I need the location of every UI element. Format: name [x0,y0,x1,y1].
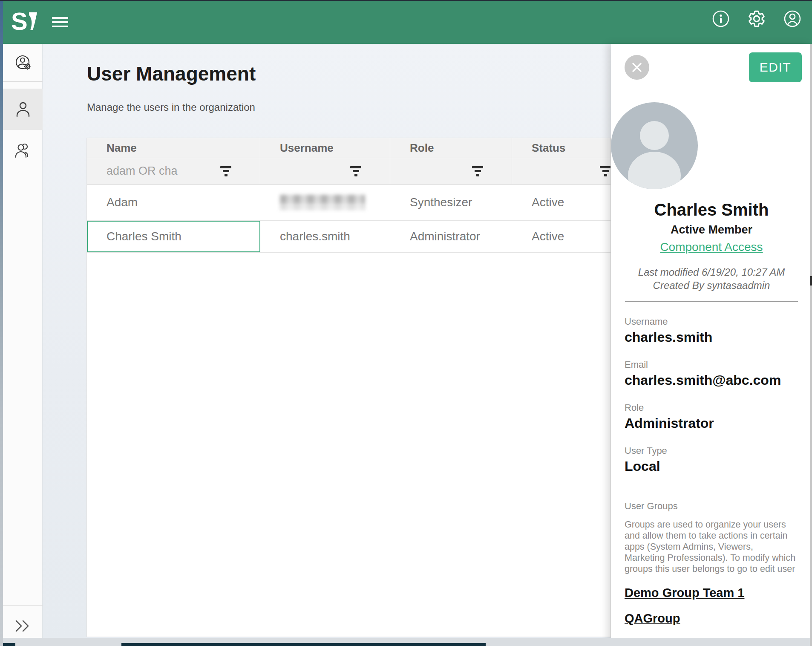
field-label: Email [625,359,798,370]
panel-divider [625,301,798,302]
sidebar [3,44,43,646]
filter-icon[interactable] [220,166,232,176]
panel-membership-status: Active Member [611,223,812,236]
users-table: Name Username Role Status adam OR cha [86,138,611,637]
double-chevron-right-icon [14,620,32,632]
table-row-adam[interactable]: Adam Synthesizer Active [87,185,611,221]
page-subtitle: Manage the users in the organization [87,101,255,113]
logo-mark-icon [29,12,38,32]
field-label: Username [625,316,798,327]
cell-role[interactable]: Administrator [390,221,512,252]
field-username: Username charles.smith [625,316,798,345]
filter-input-name[interactable]: adam OR cha [87,158,260,184]
table-filter-row: adam OR cha [87,158,611,185]
filter-input-status[interactable] [512,158,611,184]
table-row-charles[interactable]: Charles Smith charles.smith Administrato… [87,221,611,253]
filter-icon[interactable] [599,166,611,176]
account-icon[interactable] [783,9,802,28]
info-icon[interactable] [711,9,730,28]
topbar: S [0,0,812,44]
cell-username[interactable] [260,185,390,220]
filter-icon[interactable] [350,166,362,176]
cell-status[interactable]: Active [512,185,611,220]
table-header-row: Name Username Role Status [87,138,611,158]
user-groups-label: User Groups [625,501,798,512]
group-link-qagroup[interactable]: QAGroup [625,611,798,626]
field-value: charles.smith@abc.com [625,372,798,388]
column-header-username[interactable]: Username [260,138,390,158]
field-user-type: User Type Local [625,445,798,474]
screen-edge-strip [0,0,3,646]
panel-user-name: Charles Smith [611,200,812,219]
user-detail-panel: EDIT Charles Smith Active Member Compone… [611,44,812,646]
person-avatar-icon [611,102,698,189]
close-icon [631,62,642,73]
edit-button[interactable]: EDIT [749,52,802,82]
app-logo: S [11,10,38,32]
group-link-demo-team[interactable]: Demo Group Team 1 [625,586,798,600]
screen-top-edge [0,0,812,1]
close-panel-button[interactable] [625,55,649,80]
sidebar-item-users[interactable] [3,89,43,130]
redacted-username [280,195,365,210]
app-window: User Management Manage the users in the … [0,0,812,646]
field-email: Email charles.smith@abc.com [625,359,798,388]
logo-letter: S [11,10,28,32]
user-group-icon [13,141,33,159]
field-role: Role Administrator [625,402,798,431]
field-value: charles.smith [625,329,798,345]
component-access-link[interactable]: Component Access [611,240,812,254]
filter-input-role[interactable] [390,158,512,184]
vertical-scrollbar [810,44,812,646]
cell-status[interactable]: Active [512,221,611,252]
filter-icon[interactable] [472,166,484,176]
taskbar-fragment [121,643,486,646]
scrollbar-thumb[interactable] [810,276,812,286]
page-title: User Management [87,62,256,85]
field-value: Local [625,459,798,474]
user-settings-icon [13,53,33,72]
column-header-role[interactable]: Role [390,138,512,158]
field-label: User Type [625,445,798,456]
user-groups-description: Groups are used to organize your users a… [625,519,796,574]
sidebar-item-user-groups[interactable] [3,130,43,170]
cell-role[interactable]: Synthesizer [390,185,512,220]
column-header-name[interactable]: Name [87,138,260,158]
column-header-status[interactable]: Status [512,138,611,158]
user-icon [14,100,32,119]
field-label: Role [625,402,798,413]
filter-input-username[interactable] [260,158,390,184]
sidebar-item-admin-settings[interactable] [3,44,43,82]
gear-icon[interactable] [747,9,766,28]
field-value: Administrator [625,415,798,431]
cell-name[interactable]: Adam [87,185,260,220]
created-by-text: Created By syntasaadmin [611,279,812,292]
cell-username[interactable]: charles.smith [260,221,390,252]
menu-icon[interactable] [52,17,68,27]
filter-value-name[interactable]: adam OR cha [107,164,178,178]
last-modified-text: Last modified 6/19/20, 10:27 AM [611,265,812,279]
cell-name-selected[interactable]: Charles Smith [87,221,260,252]
